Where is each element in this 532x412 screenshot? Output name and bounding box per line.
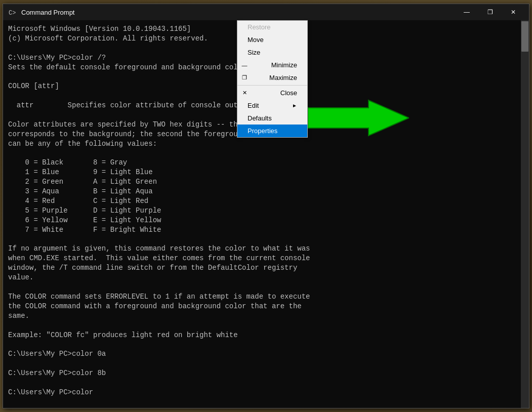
menu-item-properties[interactable]: Properties — [237, 125, 307, 137]
menu-item-size[interactable]: Size — [237, 46, 307, 59]
menu-item-close[interactable]: ✕Close — [237, 87, 307, 99]
menu-label: Defaults — [248, 114, 272, 122]
svg-text:C>: C> — [9, 10, 16, 17]
menu-label: Maximize — [269, 74, 297, 81]
context-menu: RestoreMoveSize—Minimize❐Maximize✕CloseE… — [237, 20, 308, 138]
menu-icon: — — [240, 62, 249, 68]
close-button[interactable]: ✕ — [502, 4, 525, 20]
scrollbar-thumb[interactable] — [521, 21, 528, 52]
window-controls: — ❐ ✕ — [455, 4, 525, 20]
restore-button[interactable]: ❐ — [478, 4, 502, 20]
green-arrow — [308, 98, 409, 140]
menu-item-restore: Restore — [237, 21, 307, 33]
menu-separator — [237, 85, 307, 86]
menu-label: Move — [248, 36, 264, 44]
submenu-arrow: ► — [292, 103, 297, 108]
minimize-button[interactable]: — — [455, 4, 478, 20]
cmd-icon: C> — [7, 7, 17, 17]
svg-marker-2 — [308, 100, 409, 136]
menu-item-move[interactable]: Move — [237, 33, 307, 46]
menu-icon: ✕ — [240, 90, 249, 96]
menu-item-edit[interactable]: Edit► — [237, 99, 307, 112]
menu-label: Edit — [248, 102, 259, 109]
title-bar: C> Command Prompt — ❐ ✕ — [3, 4, 529, 20]
cmd-window: C> Command Prompt — ❐ ✕ Microsoft Window… — [3, 4, 529, 408]
window-title: Command Prompt — [21, 9, 455, 16]
menu-label: Minimize — [271, 61, 297, 69]
menu-label: Close — [280, 89, 297, 97]
menu-label: Properties — [248, 127, 277, 135]
menu-item-maximize[interactable]: ❐Maximize — [237, 71, 307, 84]
menu-item-minimize[interactable]: —Minimize — [237, 59, 307, 71]
menu-label: Size — [248, 49, 260, 56]
menu-label: Restore — [248, 23, 271, 31]
scrollbar[interactable] — [521, 20, 529, 408]
menu-item-defaults[interactable]: Defaults — [237, 112, 307, 125]
menu-icon: ❐ — [240, 74, 249, 81]
